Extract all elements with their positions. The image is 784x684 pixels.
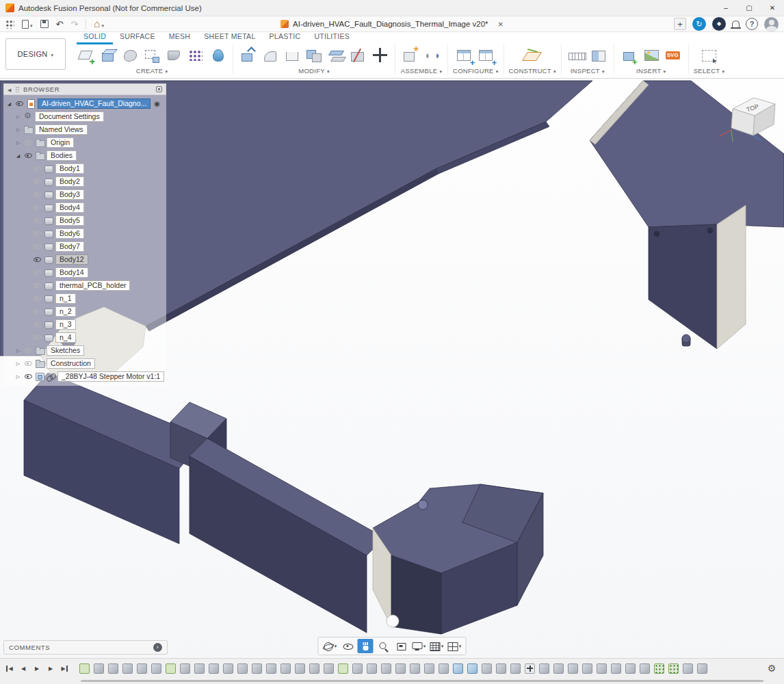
- navbar-button-pan[interactable]: [358, 639, 374, 653]
- close-button[interactable]: ✕: [761, 0, 784, 16]
- timeline-feature-extrude[interactable]: [410, 663, 420, 674]
- ribbon-tab-mesh[interactable]: MESH: [162, 32, 198, 44]
- expand-arrow-icon[interactable]: [6, 101, 12, 107]
- insert-dropdown[interactable]: INSERT: [636, 67, 666, 75]
- ribbon-icon-section-analysis[interactable]: [588, 45, 609, 66]
- construct-dropdown[interactable]: CONSTRUCT: [509, 67, 556, 75]
- item-label[interactable]: Body6: [55, 228, 84, 239]
- browser-row-n-4[interactable]: n_4: [3, 331, 166, 344]
- browser-row-sketches[interactable]: Sketches: [3, 344, 166, 357]
- timeline-feature-extrude[interactable]: [640, 663, 650, 674]
- expand-arrow-icon[interactable]: [15, 153, 21, 159]
- timeline-feature-combine[interactable]: [467, 663, 478, 674]
- ribbon-icon-form[interactable]: [120, 45, 140, 66]
- ribbon-tab-solid[interactable]: SOLID: [77, 32, 113, 44]
- ribbon-tab-sheet-metal[interactable]: SHEET METAL: [197, 32, 262, 44]
- visibility-eye-icon[interactable]: [32, 257, 42, 262]
- browser-row-n-1[interactable]: n_1: [3, 292, 166, 305]
- extensions-icon[interactable]: [712, 17, 726, 31]
- item-label[interactable]: Body2: [55, 176, 84, 187]
- item-label[interactable]: Named Views: [35, 124, 88, 135]
- visibility-eye-icon[interactable]: [32, 296, 42, 301]
- ribbon-icon-insert-derive[interactable]: [619, 45, 640, 66]
- timeline-feature-extrude[interactable]: [237, 663, 248, 674]
- ribbon-icon-move-copy[interactable]: [369, 45, 390, 66]
- timeline-feature-extrude[interactable]: [295, 663, 305, 674]
- design-workspace-dropdown[interactable]: DESIGN: [5, 38, 66, 70]
- timeline-feature-extrude[interactable]: [439, 663, 449, 674]
- app-launcher-icon[interactable]: [5, 20, 14, 29]
- timeline-feature-extrude[interactable]: [180, 663, 190, 674]
- timeline-scrollbar[interactable]: [81, 680, 763, 682]
- playback-button-play[interactable]: ▶: [31, 663, 42, 674]
- ribbon-icon-select-window[interactable]: [699, 45, 720, 66]
- visibility-eye-icon[interactable]: [32, 218, 42, 223]
- visibility-eye-icon[interactable]: [32, 205, 42, 210]
- ribbon-icon-derive[interactable]: [142, 45, 162, 66]
- visibility-eye-icon[interactable]: [32, 179, 42, 184]
- expand-arrow-icon[interactable]: [15, 127, 21, 133]
- browser-row-n-3[interactable]: n_3: [3, 318, 166, 331]
- ribbon-icon-pipe[interactable]: [207, 45, 228, 66]
- navbar-button-fit[interactable]: [393, 639, 409, 653]
- visibility-eye-icon[interactable]: [23, 374, 33, 379]
- ribbon-icon-split-body[interactable]: [348, 45, 368, 66]
- item-label[interactable]: Body12: [55, 254, 88, 265]
- timeline-feature-extrude[interactable]: [309, 663, 319, 674]
- navbar-button-viewports[interactable]: [447, 639, 462, 653]
- browser-row-body1[interactable]: Body1: [3, 162, 166, 175]
- playback-button-step-back[interactable]: ◀: [18, 663, 29, 674]
- item-label[interactable]: Body14: [55, 267, 88, 278]
- expand-arrow-icon[interactable]: [15, 347, 21, 354]
- timeline-feature-extrude[interactable]: [252, 663, 262, 674]
- activate-radio-icon[interactable]: [154, 101, 160, 107]
- playback-button-go-to-end[interactable]: ▶: [59, 663, 70, 674]
- browser-row-n-2[interactable]: n_2: [3, 305, 166, 318]
- document-tab-title[interactable]: AI-driven_HVAC_Fault_Diagnosis_Thermal_I…: [293, 20, 488, 28]
- timeline-feature-extrude[interactable]: [539, 663, 549, 674]
- timeline-feature-extrude[interactable]: [683, 663, 693, 674]
- ribbon-icon-shell[interactable]: [282, 45, 302, 66]
- ribbon-icon-measure[interactable]: [566, 45, 587, 66]
- ribbon-icon-press-pull[interactable]: [238, 45, 259, 66]
- comments-toggle-icon[interactable]: ›: [153, 643, 162, 652]
- item-label[interactable]: _28BYJ-48 Stepper Motor v1:1: [57, 371, 164, 382]
- ribbon-icon-decal[interactable]: [641, 45, 662, 66]
- browser-row-body12[interactable]: Body12: [3, 253, 166, 266]
- browser-row-origin[interactable]: Origin: [3, 136, 166, 149]
- timeline-feature-extrude[interactable]: [510, 663, 521, 674]
- new-document-tab-button[interactable]: +: [674, 18, 686, 30]
- ribbon-tab-utilities[interactable]: UTILITIES: [307, 32, 356, 44]
- ribbon-icon-construction-plane[interactable]: [522, 45, 543, 66]
- timeline-feature-extrude[interactable]: [367, 663, 377, 674]
- save-button[interactable]: [40, 20, 49, 28]
- item-label[interactable]: n_3: [55, 319, 76, 330]
- timeline-feature-pattern[interactable]: [668, 663, 679, 674]
- minimize-button[interactable]: –: [714, 0, 737, 16]
- item-label[interactable]: Body1: [55, 163, 84, 174]
- ribbon-tab-plastic[interactable]: PLASTIC: [263, 32, 308, 44]
- visibility-eye-icon[interactable]: [32, 231, 42, 236]
- timeline-feature-extrude[interactable]: [424, 663, 434, 674]
- home-button[interactable]: [94, 18, 104, 30]
- ribbon-icon-configuration-table[interactable]: [476, 45, 497, 66]
- visibility-eye-icon[interactable]: [32, 283, 42, 288]
- ribbon-icon-configuration[interactable]: [454, 45, 475, 66]
- expand-arrow-icon[interactable]: [15, 140, 21, 146]
- job-status-icon[interactable]: [692, 17, 706, 31]
- inspect-dropdown[interactable]: INSPECT: [571, 67, 605, 75]
- timeline-feature-extrude[interactable]: [381, 663, 391, 674]
- item-label[interactable]: thermal_PCB_holder: [55, 280, 130, 291]
- browser-options-icon[interactable]: [156, 86, 162, 92]
- browser-row-ai-driven-hvac-fault-diagno[interactable]: AI-driven_HVAC_Fault_Diagno...: [3, 97, 166, 110]
- close-tab-icon[interactable]: ✕: [498, 21, 504, 28]
- ribbon-icon-insert-svg[interactable]: [663, 45, 683, 66]
- configure-dropdown[interactable]: CONFIGURE: [453, 67, 499, 75]
- timeline-feature-pattern[interactable]: [654, 663, 664, 674]
- timeline-feature-combine[interactable]: [453, 663, 463, 674]
- navbar-button-zoom[interactable]: [376, 639, 391, 653]
- ribbon-icon-new-component[interactable]: [400, 45, 421, 66]
- visibility-eye-icon[interactable]: [23, 361, 33, 366]
- timeline-feature-extrude[interactable]: [568, 663, 578, 674]
- timeline-feature-extrude[interactable]: [194, 663, 205, 674]
